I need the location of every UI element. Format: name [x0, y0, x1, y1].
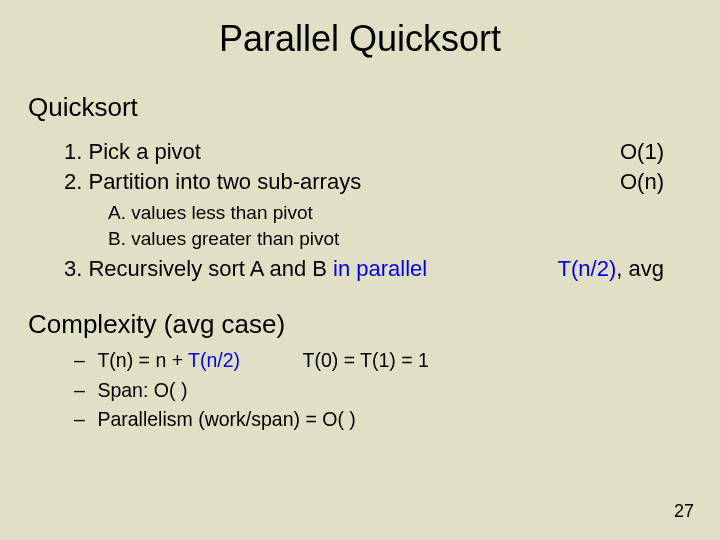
complexity-l1-left: T(n) = n + T(n/2): [97, 346, 297, 375]
step-2-text: 2. Partition into two sub-arrays: [64, 167, 361, 197]
bullet-dash: –: [74, 346, 92, 375]
bullet-dash: –: [74, 405, 92, 434]
step-3-prefix: 3. Recursively sort A and B: [64, 256, 333, 281]
complexity-line-3: – Parallelism (work/span) = O( ): [74, 405, 720, 434]
substep-a: A. values less than pivot: [108, 200, 720, 226]
complexity-l1-prefix: T(n) = n +: [97, 349, 188, 371]
slide: Parallel Quicksort Quicksort 1. Pick a p…: [0, 0, 720, 540]
step-3-text: 3. Recursively sort A and B in parallel: [64, 254, 427, 284]
section-heading-quicksort: Quicksort: [0, 92, 720, 123]
complexity-line-2: – Span: O( ): [74, 376, 720, 405]
complexity-l1-blue: T(n/2): [188, 349, 240, 371]
step-1-cost: O(1): [620, 137, 664, 167]
step-1-text: 1. Pick a pivot: [64, 137, 201, 167]
complexity-l1-right: T(0) = T(1) = 1: [303, 349, 429, 371]
step-3-cost-blue: T(n/2): [558, 256, 617, 281]
step-3-parallel: in parallel: [333, 256, 427, 281]
page-number: 27: [674, 501, 694, 522]
substeps: A. values less than pivot B. values grea…: [64, 200, 720, 251]
step-3: 3. Recursively sort A and B in parallel …: [64, 254, 664, 284]
complexity-l2-text: Span: O( ): [97, 379, 187, 401]
bullet-dash: –: [74, 376, 92, 405]
step-3-cost-suffix: , avg: [616, 256, 664, 281]
step-1: 1. Pick a pivot O(1): [64, 137, 664, 167]
steps-list: 1. Pick a pivot O(1) 2. Partition into t…: [0, 137, 720, 283]
substep-b: B. values greater than pivot: [108, 226, 720, 252]
step-2-cost: O(n): [620, 167, 664, 197]
complexity-l3-text: Parallelism (work/span) = O( ): [97, 408, 355, 430]
step-2: 2. Partition into two sub-arrays O(n): [64, 167, 664, 197]
complexity-list: – T(n) = n + T(n/2) T(0) = T(1) = 1 – Sp…: [0, 346, 720, 434]
slide-title: Parallel Quicksort: [0, 0, 720, 60]
complexity-line-1: – T(n) = n + T(n/2) T(0) = T(1) = 1: [74, 346, 720, 375]
step-3-cost: T(n/2), avg: [558, 254, 664, 284]
section-heading-complexity: Complexity (avg case): [0, 309, 720, 340]
